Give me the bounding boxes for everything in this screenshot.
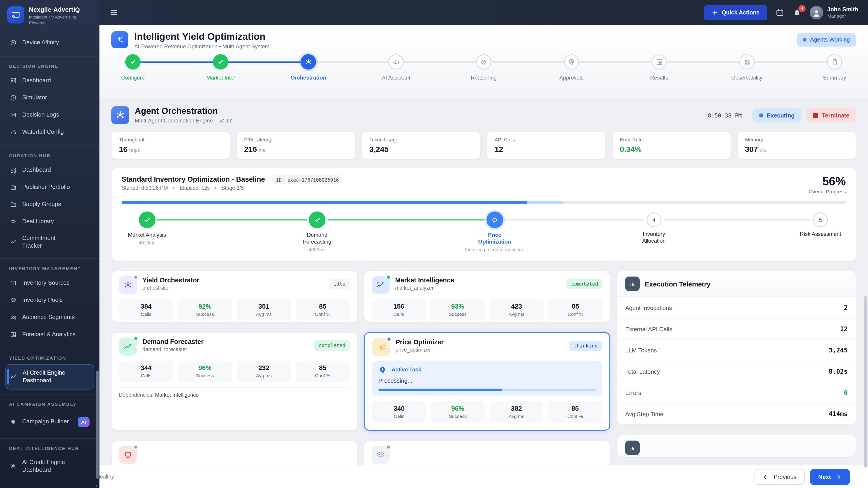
- ai-badge: AI: [78, 417, 90, 427]
- metric-card-memory: Memory307MB: [737, 131, 856, 160]
- executing-label: Executing: [767, 112, 795, 119]
- file-icon: [827, 54, 842, 70]
- progress-bar: [122, 201, 846, 204]
- executing-dot-icon: [759, 113, 763, 117]
- sidebar-item-ai-credit-engine-dashboard[interactable]: AI Credit Engine Dashboard: [5, 454, 94, 478]
- sidebar-item-campaign-builder[interactable]: Campaign BuilderAI: [5, 410, 94, 433]
- step-orchestration[interactable]: Orchestration: [287, 54, 330, 81]
- agent-code: market_analyzer: [395, 285, 454, 291]
- agent-card-price_optimizer[interactable]: Price Optimizerprice_optimizerthinkingAc…: [364, 332, 610, 431]
- sidebar-item-deal-library[interactable]: Deal Library: [5, 213, 94, 230]
- calendar-icon[interactable]: [775, 8, 784, 17]
- sidebar-item-simulator[interactable]: Simulator: [5, 89, 94, 106]
- sidebar-item-audience-segments[interactable]: Audience Segments: [5, 309, 94, 326]
- telemetry-panel-partial: [617, 435, 856, 457]
- agent-stat: 96%Success: [178, 361, 232, 382]
- agent-card-orchestrator[interactable]: Yield Orchestratororchestratoridle384Cal…: [111, 271, 358, 322]
- notifications-bell-icon[interactable]: 4: [793, 8, 802, 17]
- sidebar-item-forecast-analytics[interactable]: Forecast & Analytics: [5, 326, 94, 343]
- folder-icon: [10, 201, 17, 208]
- stage-name: Demand Forecasting: [296, 232, 339, 246]
- agent-stat: 340Calls: [372, 401, 426, 422]
- telemetry-label: External API Calls: [625, 326, 672, 332]
- telemetry-label: LLM Tokens: [625, 347, 657, 354]
- user-menu[interactable]: John Smith Manager: [810, 6, 858, 19]
- sidebar-section-title: YIELD OPTIMIZATION: [5, 352, 94, 364]
- sidebar-item-label: Dashboard: [22, 77, 75, 85]
- task-text: Processing...: [378, 377, 596, 384]
- agents-working-label: Agents Working: [810, 37, 850, 43]
- step-reasoning[interactable]: Reasoning: [462, 54, 505, 81]
- step-summary[interactable]: Summary: [813, 54, 856, 81]
- check-icon: [309, 212, 326, 228]
- layers-icon: [372, 446, 390, 464]
- check-icon: [213, 54, 228, 70]
- telemetry-row: Avg Step Time414ms: [617, 403, 856, 424]
- metric-value: 0.34%: [620, 145, 723, 154]
- agent-card-market_analyzer[interactable]: Market Intelligencemarket_analyzercomple…: [364, 271, 610, 322]
- step-market-intel[interactable]: Market Intel: [199, 54, 242, 81]
- layout-grid-icon: [10, 77, 17, 84]
- hub-icon: [111, 106, 129, 124]
- telemetry-row: Errors0: [617, 382, 856, 403]
- overall-progress-label: Overall Progress: [809, 189, 846, 194]
- agent-name: Demand Forecaster: [143, 338, 204, 345]
- stage-price-optimization: Price OptimizationFinalizing recommendat…: [467, 212, 522, 252]
- overall-progress-value: 56%: [809, 175, 846, 187]
- metric-label: Throughput: [119, 137, 222, 142]
- agent-card-demand_forecaster[interactable]: Demand Forecasterdemand_forecastercomple…: [111, 332, 358, 431]
- page-scrollbar[interactable]: [864, 296, 867, 468]
- menu-icon[interactable]: [110, 8, 119, 17]
- sidebar-item-commitment-tracker[interactable]: Commitment Tracker: [5, 230, 94, 254]
- sidebar-item-inventory-pools[interactable]: Inventory Pools: [5, 292, 94, 309]
- trend-dots-icon: [10, 238, 17, 246]
- sidebar-item-inventory-sources[interactable]: Inventory Sources: [5, 274, 94, 292]
- quick-actions-button[interactable]: Quick Actions: [704, 5, 767, 20]
- step-ai-assistant[interactable]: AI Assistant: [374, 54, 418, 81]
- cast-glyph: [11, 10, 21, 20]
- arrow-right-icon: [835, 473, 842, 480]
- person-pin-icon: [564, 54, 579, 70]
- step-configure[interactable]: Configure: [111, 54, 155, 81]
- telemetry-row: External API Calls12: [617, 318, 856, 339]
- telemetry-value: 2: [844, 304, 848, 311]
- metric-label: P95 Latency: [244, 137, 348, 142]
- agent-card-partial[interactable]: [364, 441, 610, 468]
- metric-card-token-usage: Token Usage3,245: [362, 131, 480, 160]
- terminate-button[interactable]: Terminate: [806, 108, 856, 122]
- sidebar-item-dashboard[interactable]: Dashboard: [5, 72, 94, 89]
- shield-icon: [119, 446, 137, 464]
- sidebar-item-publisher-portfolio[interactable]: Publisher Portfolio: [5, 179, 94, 196]
- sidebar-item-ai-credit-engine-dashboard[interactable]: AI Credit Engine Dashboard: [5, 364, 94, 389]
- telemetry-label: Total Latency: [625, 368, 660, 375]
- previous-button[interactable]: Previous: [754, 469, 804, 485]
- hub-icon: [10, 463, 17, 469]
- sidebar-section: CURATION HUBDashboardPublisher Portfolio…: [0, 145, 99, 258]
- step-results[interactable]: Results: [638, 54, 681, 81]
- main-content: Intelligent Yield Optimization AI-Powere…: [99, 25, 868, 488]
- agent-code: orchestrator: [143, 285, 199, 291]
- sidebar-item-decision-logs[interactable]: Decision Logs: [5, 106, 94, 124]
- agent-stat: 351Avg ms: [237, 299, 291, 320]
- sidebar-item-device-affinity[interactable]: Device Affinity: [5, 34, 94, 51]
- sidebar-item-waterfall-config[interactable]: Waterfall Config: [5, 124, 94, 141]
- sidebar-scrollbar[interactable]: [96, 370, 98, 479]
- step-observability[interactable]: Observability: [725, 54, 769, 81]
- handshake-icon: [10, 218, 17, 225]
- telemetry-column: Execution TelemetryAgent Invocations2Ext…: [617, 271, 856, 457]
- telemetry-value: 12: [840, 325, 848, 332]
- agent-card-partial[interactable]: [111, 441, 358, 468]
- scroll-down-arrow-icon[interactable]: ▼: [95, 484, 98, 487]
- next-button[interactable]: Next: [810, 469, 850, 485]
- page-header: Intelligent Yield Optimization AI-Powere…: [99, 25, 868, 99]
- sidebar-section: Device Affinity: [0, 31, 99, 56]
- execution-meta: Started: 8:50:26 PM•Elapsed: 12s•Stage 3…: [122, 185, 342, 191]
- bar-rect-icon: [651, 54, 667, 70]
- agent-status-dot: [133, 275, 138, 280]
- stage-connector: [664, 219, 811, 220]
- execution-meta-item: Started: 8:50:26 PM: [122, 185, 168, 191]
- sidebar-item-supply-groups[interactable]: Supply Groups: [5, 196, 94, 213]
- previous-label: Previous: [774, 473, 796, 480]
- sidebar-item-dashboard[interactable]: Dashboard: [5, 162, 94, 179]
- step-approvals[interactable]: Approvals: [550, 54, 593, 81]
